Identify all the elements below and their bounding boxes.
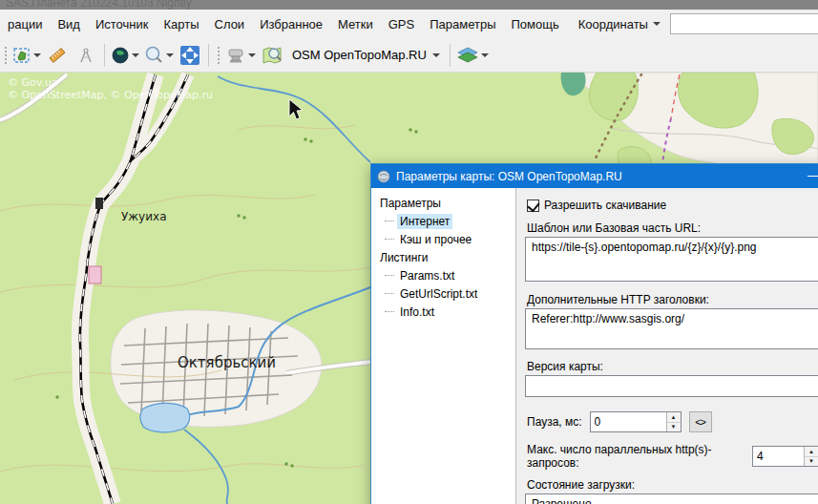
map-search-icon [261,45,283,66]
settings-tree: Параметры Интернет Кэш и прочее Листинги… [371,188,516,504]
selection-manager-button[interactable] [10,41,43,70]
menu-item-operations[interactable]: рации [0,13,50,35]
application-window: SAS.Планета 210224.10103 Nightly рации В… [0,0,818,504]
download-icon [225,45,246,66]
tree-node-info-txt[interactable]: Info.txt [375,303,515,321]
tree-node-listings[interactable]: Листинги [375,248,515,266]
zoom-tool-button[interactable] [141,41,176,70]
internet-settings-panel: Разрешить скачивание Шаблон или Базовая … [522,188,818,504]
fullscreen-button[interactable] [176,41,204,70]
menu-item-maps[interactable]: Карты [156,13,206,35]
http-headers-input[interactable]: Referer:http://www.sasgis.org/ [525,308,818,349]
map-search-button[interactable] [258,41,286,70]
pause-input[interactable] [591,412,666,431]
map-railway-station [95,198,103,209]
toolbar-separator [450,44,451,67]
chevron-down-icon [166,53,174,57]
search-input[interactable] [671,14,818,33]
map-params-icon [377,170,390,183]
tree-node-parameters[interactable]: Параметры [375,194,515,212]
pause-spinbox[interactable]: ▲ ▼ [590,411,682,432]
tree-node-geturlscript-txt[interactable]: GetUrlScript.txt [375,284,515,303]
download-state-label: Состояние загрузки: [527,478,818,492]
layers-button[interactable] [454,41,491,70]
url-template-label: Шаблон или Базовая часть URL: [527,221,818,235]
spin-up-icon[interactable]: ▲ [667,412,681,423]
chevron-down-icon [653,22,661,26]
toolbar-grip[interactable] [3,46,8,65]
download-state-input[interactable]: Разрешено [525,494,818,504]
main-toolbar: OSM OpenTopoMap.RU [0,38,818,73]
menu-item-gps[interactable]: GPS [381,13,422,35]
tree-node-internet[interactable]: Интернет [375,212,515,230]
map-building [89,266,101,284]
fullscreen-icon [179,45,200,66]
zoom-globe-button[interactable] [109,41,141,70]
menu-item-settings[interactable]: Параметры [422,13,503,35]
measure-distance-button[interactable] [43,41,72,70]
search-combobox[interactable] [670,13,818,34]
pause-label: Пауза, мс: [527,415,582,429]
toolbar-separator [104,44,105,67]
map-copyright-line2: © OpenStreetMap, © OpenTopoMap.ru [8,89,213,101]
menu-item-layers[interactable]: Слои [207,13,253,35]
spin-up-icon[interactable]: ▲ [805,447,818,457]
allow-download-checkbox[interactable]: Разрешить скачивание [527,199,818,212]
map-params-dialog: Параметры карты: OSM OpenTopoMap.RU — Па… [370,163,818,504]
active-map-dropdown[interactable]: OSM OpenTopoMap.RU [286,41,446,70]
download-manager-button[interactable] [223,41,258,70]
max-requests-spinbox[interactable]: ▲ ▼ [752,446,818,467]
pause-expand-button[interactable]: <> [689,411,712,432]
chevron-down-icon [248,53,256,57]
max-requests-label: Макс. число параллельных http(s)-запросо… [527,443,745,470]
window-titlebar[interactable]: SAS.Планета 210224.10103 Nightly [0,0,818,10]
toolbar-grip[interactable] [216,46,220,65]
tree-node-cache[interactable]: Кэш и прочее [375,230,515,248]
compass-tool-button[interactable] [72,41,100,70]
dialog-title: Параметры карты: OSM OpenTopoMap.RU [396,170,622,183]
map-label-uzhuikha: Ужуиха [121,210,166,223]
map-pond [140,403,190,431]
tree-node-params-txt[interactable]: Params.txt [375,266,515,284]
menu-item-view[interactable]: Вид [50,13,88,35]
chevron-down-icon [33,53,41,57]
chevron-down-icon [132,53,139,57]
map-version-input[interactable] [525,375,818,397]
map-version-label: Версия карты: [527,360,818,373]
menu-item-placemarks[interactable]: Метки [330,13,381,35]
window-title: SAS.Планета 210224.10103 Nightly [6,0,192,10]
toolbar-separator [208,44,209,67]
ruler-icon [48,46,67,65]
chevron-down-icon [432,53,440,57]
spin-down-icon[interactable]: ▼ [805,457,818,467]
map-copyright-line1: © Gov.ua [8,76,58,89]
url-template-input[interactable]: https://tile-{s}.opentopomap.ru/{z}/{x}/… [525,237,818,282]
minimize-button[interactable]: — [808,167,818,182]
layers-icon [456,45,479,66]
coordinates-dropdown[interactable]: Координаты [573,13,666,35]
selection-manager-icon [12,46,31,65]
active-map-label: OSM OpenTopoMap.RU [292,48,427,62]
compass-icon [76,46,95,65]
dialog-titlebar[interactable]: Параметры карты: OSM OpenTopoMap.RU — [371,164,818,188]
chevron-down-icon [481,53,489,57]
spin-down-icon[interactable]: ▼ [667,423,681,432]
menu-item-help[interactable]: Помощь [504,13,567,35]
menu-item-favorites[interactable]: Избранное [252,13,330,35]
globe-icon [111,46,130,65]
map-label-oktyabrsky: Октябрьский [178,354,276,371]
menu-item-source[interactable]: Источник [88,13,157,35]
max-requests-input[interactable] [753,447,804,466]
checkbox-checked-icon[interactable] [527,200,539,212]
menu-bar: рации Вид Источник Карты Слои Избранное … [0,10,818,38]
http-headers-label: Дополнительные HTTP заголовки: [527,293,818,306]
magnifier-icon [143,45,164,66]
